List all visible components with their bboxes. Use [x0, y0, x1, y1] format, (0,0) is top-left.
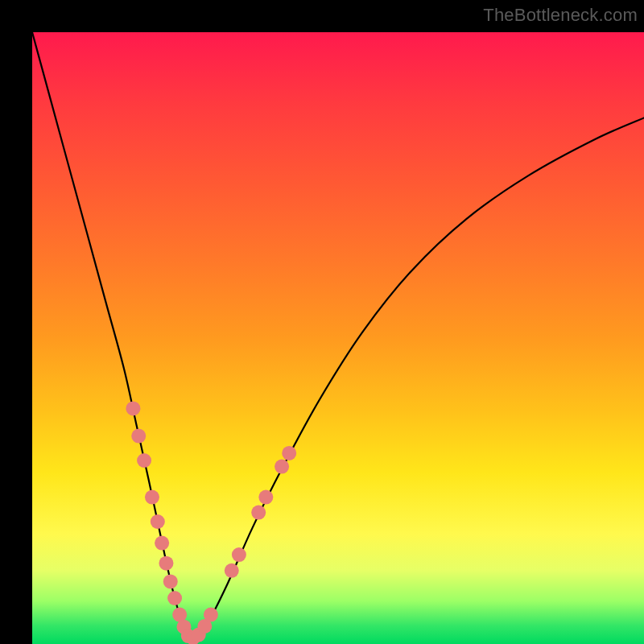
curve-marker	[137, 453, 151, 468]
chart-frame: TheBottleneck.com	[0, 0, 644, 644]
curve-marker	[163, 574, 178, 588]
curve-marker	[258, 490, 273, 505]
watermark-text: TheBottleneck.com	[483, 5, 638, 26]
bottleneck-curve	[32, 32, 644, 638]
curve-markers	[126, 401, 296, 644]
curve-marker	[126, 401, 140, 415]
curve-marker	[282, 446, 296, 460]
curve-marker	[225, 564, 239, 578]
curve-marker	[151, 514, 165, 529]
curve-marker	[275, 460, 289, 474]
curve-marker	[131, 429, 146, 444]
curve-marker	[251, 506, 266, 520]
curve-marker	[204, 608, 218, 622]
curve-marker	[145, 490, 159, 505]
curve-marker	[159, 556, 173, 571]
curve-marker	[167, 591, 182, 605]
curve-marker	[155, 536, 169, 551]
chart-svg	[32, 32, 644, 644]
plot-area	[32, 32, 644, 644]
curve-marker	[232, 547, 246, 562]
